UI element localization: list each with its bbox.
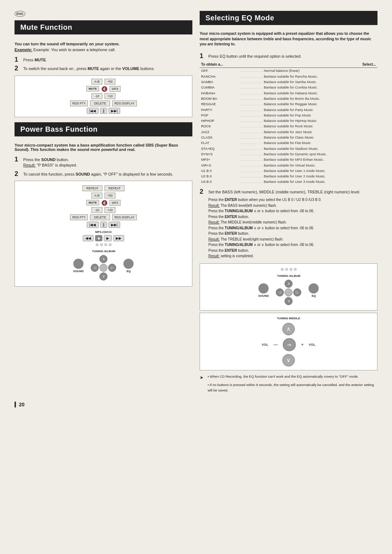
eq-table-row: REGGAE........................ Balance s…	[200, 101, 377, 107]
eq-mode-name: PARTY	[200, 107, 238, 112]
mute-step1-num: 1	[15, 56, 20, 63]
bass-dpad-left: ◁	[91, 264, 99, 272]
eq-detail6: Press the TUNING/ALBUM ∧ or ∨ button to …	[208, 242, 360, 248]
bass-nav-row1: |◀◀ ‖ ▶▶|	[87, 222, 120, 228]
note1-arrow-icon: ➤	[200, 374, 205, 381]
mute-step1-text: Press MUTE.	[23, 56, 47, 63]
eq-mode-desc: ........................ Banlace suitabl…	[238, 79, 377, 85]
bass-step1: 1 Press the SOUND button. Result: "P BAS…	[15, 156, 192, 168]
eq-dpad-mid-row: ◁ ▷	[276, 288, 301, 296]
bass-remote-row4: -10 +10	[22, 207, 185, 213]
mute-mp3-btn: MP3	[110, 86, 121, 92]
eq-detail1: Press the ENTER button when you select t…	[208, 197, 360, 203]
eq-mode-name: CLASS	[200, 135, 238, 140]
mute-delete-btn: DELETE	[90, 100, 110, 106]
eq-step1-text: Press EQ button until the required optio…	[208, 53, 302, 59]
mute-plus10-btn: +10	[105, 93, 115, 99]
bass-media-row: ◀◀ ■ ▶ ▶▶	[83, 235, 124, 241]
bass-sound-circle	[73, 259, 83, 269]
eq-mode-name: CUMBIA	[200, 85, 238, 90]
eq-dpad-center	[285, 288, 293, 296]
bass-step1-result: "P BASS" is displayed.	[37, 163, 77, 167]
eq-mode-desc: ........................ Balance suitabl…	[238, 101, 377, 107]
bass-mp3cdco-label: MP3-CD/CO	[95, 230, 112, 234]
eq-tuning-label: TUNING /ALBUM	[277, 274, 300, 278]
eq-table-row: BOOM BA........................ Banlace …	[200, 96, 377, 101]
mute-prev-btn: |◀◀	[87, 108, 99, 114]
eq-up-big: ∧	[282, 323, 295, 335]
eq-remote-bottom-row3: VOL — ⇒ + VOL	[203, 338, 374, 351]
eq-table-row: SAMBA........................ Banlace su…	[200, 79, 377, 85]
eq-result1: Result: The BASS level(left numeric) fla…	[208, 203, 360, 209]
bass-repeat2-btn: REPEAT	[105, 185, 124, 191]
bass-minus10-btn: -10	[91, 207, 102, 213]
eq-note2: ▪ If no buttons is pressed within 8 seco…	[200, 382, 377, 393]
eq-mode-desc: ........................ Banlace suitabl…	[238, 151, 377, 157]
mute-example-text: Example: You wish to answer a telephone …	[33, 48, 115, 52]
eq-result3: Result: The TREBLE level(right numeric) …	[208, 237, 360, 242]
mute-mute-btn: MUTE	[86, 86, 99, 91]
eq-mode-name: U3 B 0	[200, 179, 238, 184]
dot3	[105, 243, 107, 246]
mute-step1: 1 Press MUTE.	[15, 56, 192, 63]
eq-step2: 2 Set the BASS (left numeric), MIDDLE (m…	[200, 188, 377, 259]
bass-mute-icon: 🔇	[101, 200, 107, 206]
eq-table-row: ROCK........................ Balance sui…	[200, 123, 377, 129]
bass-eq-label: EQ	[127, 270, 131, 273]
eq-vol-plus-label: VOL	[309, 343, 316, 346]
page-number: 20	[15, 402, 25, 407]
eq-dpad-dn-row: ∨	[285, 297, 293, 305]
eq-sound-circle	[258, 283, 269, 294]
eq-dot1	[281, 268, 283, 271]
bass-remote-row5: RDS PTY DELETE RDS DISPLAY	[22, 214, 185, 220]
eq-result2: Result: The MIDDLE level(middle numeric)…	[208, 219, 360, 225]
eq-mode-table: To obtain a... Select... OFF............…	[200, 61, 377, 184]
bass-step2: 2 To cancel this function, press SOUND a…	[15, 171, 192, 177]
eq-table-row: MP3+........................ Banlace sui…	[200, 157, 377, 162]
eq-table-row: STA+EQ........................ Banlace s…	[200, 146, 377, 151]
eq-remote-bottom: TUNING MIDDLE ∧ VOL — ⇒ + VOL	[200, 313, 377, 370]
eq-mode-name: POP	[200, 112, 238, 118]
bass-dpad-mid-row: ◁ ▷	[91, 264, 116, 272]
mute-speaker-icon: 🔇	[101, 86, 107, 92]
eq-table-row: HABANA........................ Banlace s…	[200, 90, 377, 96]
eq-mode-desc: ........................ Balance suitabl…	[238, 123, 377, 129]
eq-detail5: Press the ENTER button.	[208, 231, 360, 237]
eq-mode-desc: ........................ Banlace suitabl…	[238, 146, 377, 151]
eq-mode-name: HIPHOP	[200, 118, 238, 123]
note1-text: When CD Recording, the EQ function can't…	[210, 374, 359, 378]
eq-mode-name: MP3+	[200, 157, 238, 162]
eq-remote-bottom-row4: ∨	[203, 354, 374, 366]
eq-table-row: FLAT........................ Balance sui…	[200, 140, 377, 145]
eq-vol-minus-label: VOL	[262, 343, 269, 346]
eq-mode-name: ROCK	[200, 123, 238, 129]
note2-text: If no buttons is pressed within 8 second…	[208, 383, 374, 392]
eq-table-row: PARTY........................ Balance su…	[200, 107, 377, 112]
bass-rewind-btn: ◀◀	[83, 235, 94, 241]
eq-table-row: JAZZ........................ Balance sui…	[200, 129, 377, 135]
eq-intro: Your micro-compact system is equipped wi…	[200, 31, 377, 47]
eq-detail7: Press the ENTER button.	[208, 248, 360, 254]
bass-ab-btn: A-B	[91, 193, 102, 198]
eq-detail3: Press the ENTER button.	[208, 214, 360, 220]
eq-dots-row	[281, 268, 297, 271]
eq-table-row: CLASS........................ Balance su…	[200, 135, 377, 140]
eq-title: Selecting EQ Mode	[200, 11, 377, 25]
power-bass-intro: Your micro-compact system has a bass amp…	[15, 143, 192, 152]
eq-table-row: POP........................ Balance suit…	[200, 112, 377, 118]
eq-remote-top: SOUND TUNING /ALBUM ∧ ◁	[200, 263, 377, 311]
bass-plus50-btn: +50	[105, 193, 115, 198]
eq-mode-desc: ........................ Balance suitabl…	[238, 118, 377, 123]
bass-rdspy-btn: RDS PTY	[70, 214, 88, 220]
bass-remote-diagram: REPEAT REPEAT A-B +50 MUTE 🔇 MP3	[15, 181, 192, 287]
eq-mode-desc: ........................ Balance suitabl…	[238, 112, 377, 118]
eq-dot3	[290, 268, 292, 271]
bass-plus10-btn: +10	[105, 207, 115, 213]
bass-next-btn: ▶▶|	[109, 222, 121, 228]
bass-stop-btn: ■	[95, 235, 102, 241]
eq-remote-inner-bottom: TUNING MIDDLE ∧ VOL — ⇒ + VOL	[203, 317, 374, 366]
bass-dpad-dn-row: ∨	[99, 272, 107, 280]
eq-mode-name: REGGAE	[200, 101, 238, 107]
bass-mute-btn: MUTE	[86, 200, 99, 205]
page-container: ENG Mute Function You can turn the sound…	[15, 11, 377, 407]
